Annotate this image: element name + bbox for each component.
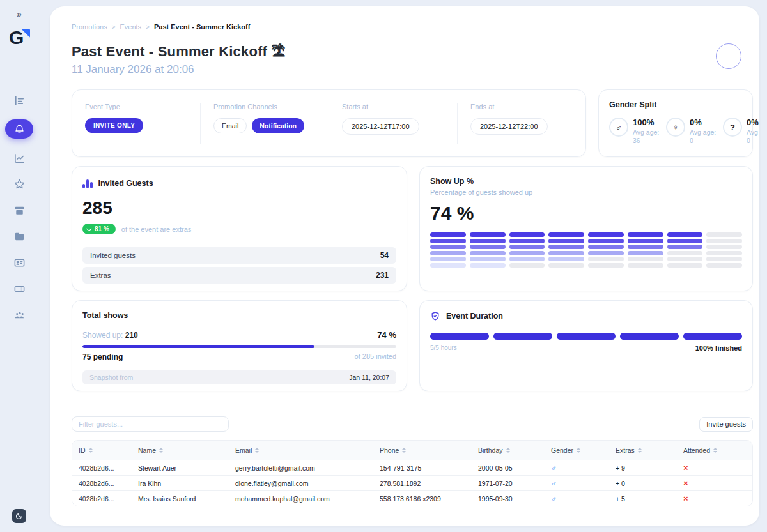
invited-guests-title: Invited Guests (98, 179, 153, 188)
waffle-cell (430, 257, 466, 261)
cell-gender: ♂ (545, 479, 609, 488)
cell-birthday: 1971-07-20 (472, 480, 545, 487)
id-card-icon[interactable] (12, 255, 26, 270)
waffle-cell (470, 257, 506, 261)
cell-gender: ♂ (545, 494, 609, 503)
table-row[interactable]: 4028b2d6...Ira Kihndione.flatley@gmail.c… (72, 475, 752, 490)
waffle-cell (588, 251, 624, 255)
cell-attended: × (677, 463, 752, 473)
sort-up-icon (159, 448, 163, 450)
avatar[interactable] (716, 43, 741, 69)
star-icon[interactable] (12, 177, 26, 191)
bar-chart-icon (82, 178, 93, 188)
waffle-cell (588, 245, 624, 249)
showed-up-label: Showed up: 210 (82, 331, 138, 340)
sort-down-icon (255, 451, 259, 453)
gender-text: 0%Avg age: 0 (747, 118, 759, 145)
invited-guests-card: Invited Guests 285 81 % of the event are… (72, 166, 407, 291)
waffle-cell (470, 263, 506, 268)
sort-icon[interactable] (89, 448, 93, 453)
app-logo[interactable]: G (9, 29, 29, 50)
event-duration-title: Event Duration (446, 312, 503, 321)
metric-value: 231 (376, 271, 389, 280)
app-root: » G (0, 0, 767, 532)
waffle-cell (509, 251, 545, 255)
column-header-extras[interactable]: Extras (609, 446, 677, 454)
sort-icon[interactable] (402, 448, 406, 453)
ends-at-label: Ends at (470, 103, 573, 110)
sort-icon[interactable] (638, 448, 642, 453)
sort-icon[interactable] (577, 448, 580, 453)
waffle-cell (548, 251, 584, 255)
sort-down-icon (713, 451, 717, 453)
column-header-birthday[interactable]: Birthday (472, 446, 545, 454)
waffle-cell (628, 263, 663, 268)
bar-chart-icon[interactable] (12, 93, 26, 107)
line-chart-icon[interactable] (12, 151, 26, 165)
guests-toolbar: Invite guests (72, 416, 753, 432)
waffle-cell (588, 239, 624, 243)
sort-icon[interactable] (506, 448, 510, 453)
waffle-row (430, 245, 742, 249)
breadcrumb-promotions[interactable]: Promotions (72, 23, 107, 31)
column-header-id[interactable]: ID (72, 446, 132, 454)
column-header-name[interactable]: Name (132, 446, 229, 454)
gender-text: 0%Avg age: 0 (690, 118, 718, 145)
cell-attended: × (677, 494, 752, 503)
guests-table-body: 4028b2d6...Stewart Auergerry.bartoletti@… (72, 460, 752, 506)
showed-up-value: 210 (125, 331, 138, 340)
sort-down-icon (506, 451, 510, 453)
dark-mode-toggle[interactable] (12, 509, 26, 523)
sort-icon[interactable] (255, 448, 259, 453)
show-up-value: 74 % (430, 202, 742, 224)
column-label: Attended (683, 446, 710, 454)
sort-up-icon (255, 448, 259, 450)
folder-icon[interactable] (12, 229, 26, 243)
show-progress-fill (82, 345, 314, 348)
cell-id: 4028b2d6... (72, 464, 132, 472)
page-title: Past Event - Summer Kickoff 🏝 (72, 43, 286, 60)
snapshot-row: Snapshot from Jan 11, 20:07 (82, 370, 396, 384)
column-header-email[interactable]: Email (229, 446, 373, 454)
promotion-channels-label: Promotion Channels (213, 103, 316, 110)
page-header: Past Event - Summer Kickoff 🏝 11 January… (72, 43, 753, 76)
breadcrumb-events[interactable]: Events (120, 23, 141, 31)
event-type-label: Event Type (85, 103, 187, 110)
table-row[interactable]: 4028b2d6...Mrs. Isaias Sanfordmohammed.k… (72, 490, 752, 506)
waffle-cell (509, 232, 545, 237)
waffle-cell (430, 239, 466, 243)
pending-count: 75 pending (82, 353, 123, 361)
waffle-cell (430, 263, 466, 268)
invite-guests-button[interactable]: Invite guests (699, 417, 753, 432)
event-type-section: Event Type INVITE ONLY (72, 103, 200, 144)
filter-guests-input[interactable] (72, 416, 229, 432)
waffle-cell (470, 239, 506, 243)
column-header-attended[interactable]: Attended (677, 446, 752, 454)
sort-icon[interactable] (713, 448, 717, 453)
expand-icon[interactable]: » (17, 9, 22, 19)
show-up-waffle-chart (430, 232, 742, 268)
male-icon: ♂ (551, 494, 557, 503)
ticket-icon[interactable] (12, 282, 26, 296)
column-header-gender[interactable]: Gender (545, 446, 609, 454)
progress-row: Total shows Showed up: 210 74 % 75 pendi… (72, 300, 753, 391)
waffle-cell (548, 232, 584, 237)
waffle-cell (706, 251, 742, 255)
sort-icon[interactable] (159, 448, 163, 453)
users-icon[interactable] (12, 308, 26, 322)
cell-phone: 278.581.1892 (373, 480, 472, 487)
column-header-phone[interactable]: Phone (373, 446, 472, 454)
guest-metric-row: Extras231 (82, 267, 396, 284)
stats-row: Invited Guests 285 81 % of the event are… (72, 166, 753, 291)
waffle-cell (470, 251, 506, 255)
badge-value: 81 % (95, 225, 109, 232)
channel-pill-email[interactable]: Email (213, 118, 247, 133)
channel-pill-notification[interactable]: Notification (252, 118, 304, 133)
waffle-cell (628, 232, 663, 237)
column-label: Email (235, 446, 252, 454)
table-row[interactable]: 4028b2d6...Stewart Auergerry.bartoletti@… (72, 460, 752, 475)
archive-icon[interactable] (12, 203, 26, 217)
event-info-card: Event Type INVITE ONLY Promotion Channel… (72, 89, 586, 157)
logo-letter: G (9, 27, 24, 49)
sidebar-item-notifications[interactable] (5, 119, 33, 139)
